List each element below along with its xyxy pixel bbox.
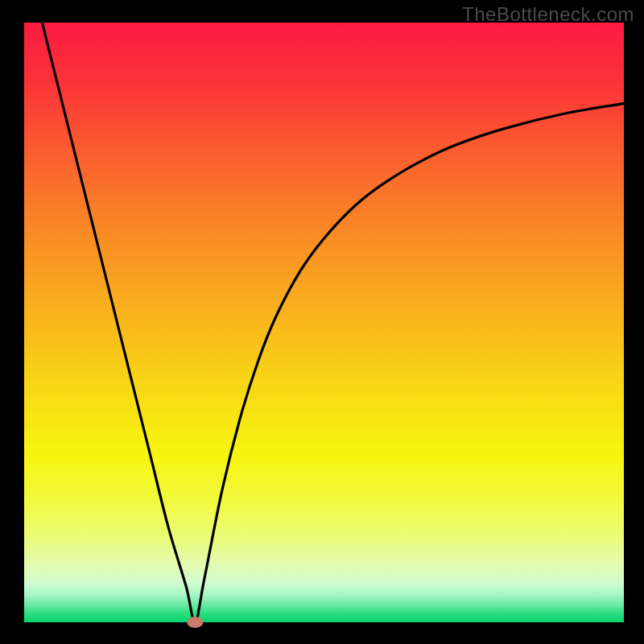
plot-background: [24, 23, 624, 622]
bottleneck-chart: [0, 0, 644, 644]
chart-frame: TheBottleneck.com: [0, 0, 644, 644]
minimum-marker: [187, 617, 203, 628]
watermark-text: TheBottleneck.com: [462, 3, 634, 26]
